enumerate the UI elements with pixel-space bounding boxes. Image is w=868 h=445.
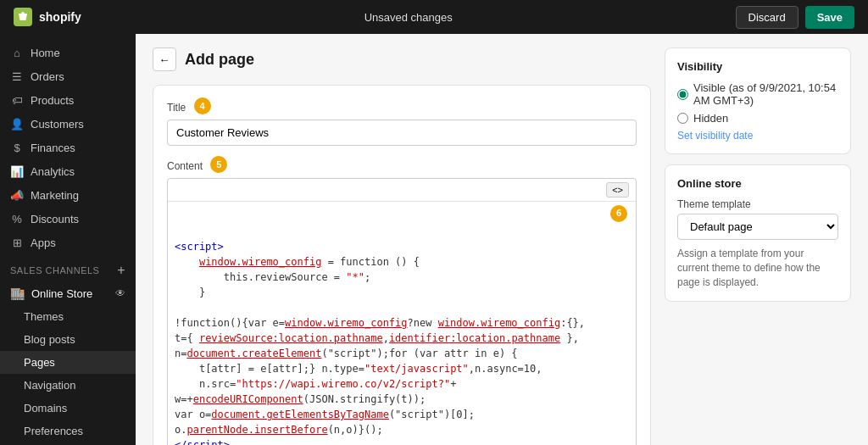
code-toggle-button[interactable]: <>	[606, 182, 629, 197]
online-store-card: Online store Theme template Default page…	[665, 164, 851, 302]
orders-icon: ☰	[10, 70, 24, 83]
finances-icon: $	[10, 141, 24, 154]
sidebar-label-apps: Apps	[31, 236, 56, 249]
content-label: Content 5	[167, 158, 637, 175]
save-top-button[interactable]: Save	[805, 6, 854, 29]
sidebar-item-products[interactable]: 🏷 Products	[0, 88, 136, 112]
title-label: Title 4	[167, 99, 637, 116]
sales-channels-label: SALES CHANNELS	[10, 265, 99, 275]
products-icon: 🏷	[10, 93, 24, 107]
theme-template-label: Theme template	[677, 198, 838, 210]
editor-body[interactable]: 6 <script> window.wiremo_config = functi…	[168, 202, 636, 445]
topbar: shopify Unsaved changes Discard Save	[0, 0, 868, 34]
page-title: Add page	[185, 51, 254, 69]
sidebar-label-customers: Customers	[31, 118, 84, 131]
content-editor: <> 6 <script> window.wiremo_config = fun…	[167, 178, 637, 445]
visibility-hidden-option[interactable]: Hidden	[677, 112, 838, 125]
back-button[interactable]: ←	[153, 47, 176, 71]
sidebar-label-analytics: Analytics	[31, 165, 75, 178]
sidebar-sub-blog-posts[interactable]: Blog posts	[0, 328, 136, 351]
step5-badge: 5	[210, 156, 227, 173]
sidebar-label-discounts: Discounts	[31, 213, 79, 225]
visibility-hidden-radio[interactable]	[677, 113, 688, 124]
discounts-icon: %	[10, 212, 24, 225]
online-store-icon: 🏬	[10, 286, 25, 300]
title-card: Title 4 Content 5 <> 6 <	[153, 85, 651, 445]
sidebar-item-orders[interactable]: ☰ Orders	[0, 64, 136, 88]
visibility-title: Visibility	[677, 60, 838, 73]
theme-description: Assign a template from your current them…	[677, 247, 838, 289]
sidebar-label-home: Home	[31, 47, 60, 59]
home-icon: ⌂	[10, 46, 24, 59]
sidebar-item-discounts[interactable]: % Discounts	[0, 207, 136, 231]
step6-badge: 6	[610, 205, 627, 222]
sidebar-item-home[interactable]: ⌂ Home	[0, 41, 136, 64]
visibility-hidden-label: Hidden	[693, 112, 728, 125]
sales-channels-section: SALES CHANNELS +	[0, 254, 136, 281]
navigation-label: Navigation	[24, 379, 75, 392]
blog-posts-label: Blog posts	[24, 333, 75, 346]
step4-badge: 4	[194, 97, 211, 114]
marketing-icon: 📣	[10, 188, 24, 202]
apps-icon: ⊞	[10, 236, 24, 249]
sidebar-label-orders: Orders	[31, 70, 64, 83]
back-arrow-icon: ←	[159, 53, 170, 66]
add-channel-icon[interactable]: +	[117, 263, 125, 278]
sidebar-item-marketing[interactable]: 📣 Marketing	[0, 183, 136, 207]
main-layout: ⌂ Home ☰ Orders 🏷 Products 👤 Customers $…	[0, 34, 868, 445]
topbar-left: shopify	[14, 8, 81, 26]
brand-name: shopify	[39, 10, 81, 24]
sidebar-sub-domains[interactable]: Domains	[0, 397, 136, 420]
content-side: Visibility Visible (as of 9/9/2021, 10:5…	[665, 47, 851, 431]
eye-icon: 👁	[115, 287, 125, 299]
set-visibility-date-link[interactable]: Set visibility date	[677, 130, 838, 142]
domains-label: Domains	[24, 402, 67, 414]
preferences-label: Preferences	[24, 425, 83, 437]
analytics-icon: 📊	[10, 164, 24, 178]
content-area: ← Add page Title 4 Content 5	[136, 34, 868, 445]
content-main: ← Add page Title 4 Content 5	[153, 47, 651, 431]
sidebar-item-finances[interactable]: $ Finances	[0, 136, 136, 159]
content-field-group: Content 5 <> 6 <script> window.wiremo_co…	[167, 158, 637, 445]
visibility-card: Visibility Visible (as of 9/9/2021, 10:5…	[665, 47, 851, 154]
theme-template-select[interactable]: Default page	[677, 214, 838, 240]
online-store-label: Online Store	[31, 287, 92, 300]
sidebar-item-online-store[interactable]: 🏬 Online Store 👁	[0, 281, 136, 305]
visibility-visible-option[interactable]: Visible (as of 9/9/2021, 10:54 AM GMT+3)	[677, 81, 838, 107]
sidebar-label-marketing: Marketing	[31, 189, 79, 202]
themes-label: Themes	[24, 310, 64, 323]
sidebar-sub-preferences[interactable]: Preferences	[0, 420, 136, 442]
sidebar-sub-navigation[interactable]: Navigation	[0, 374, 136, 397]
shopify-bag-icon	[14, 8, 32, 26]
pages-label: Pages	[24, 356, 55, 369]
customers-icon: 👤	[10, 117, 24, 131]
title-field-group: Title 4	[167, 99, 637, 146]
topbar-actions: Discard Save	[736, 6, 854, 29]
sidebar-item-apps[interactable]: ⊞ Apps	[0, 231, 136, 254]
page-header: ← Add page	[153, 47, 651, 71]
title-input[interactable]	[167, 120, 637, 146]
sidebar-item-analytics[interactable]: 📊 Analytics	[0, 159, 136, 183]
sidebar: ⌂ Home ☰ Orders 🏷 Products 👤 Customers $…	[0, 34, 136, 445]
unsaved-status: Unsaved changes	[364, 11, 453, 24]
sidebar-sub-themes[interactable]: Themes	[0, 305, 136, 328]
sidebar-sub-pages[interactable]: Pages	[0, 351, 136, 374]
sidebar-label-finances: Finances	[31, 142, 75, 154]
editor-toolbar: <>	[168, 179, 636, 202]
discard-button[interactable]: Discard	[736, 6, 798, 29]
visibility-visible-label: Visible (as of 9/9/2021, 10:54 AM GMT+3)	[693, 81, 838, 107]
sidebar-item-customers[interactable]: 👤 Customers	[0, 112, 136, 136]
visibility-visible-radio[interactable]	[677, 89, 688, 100]
sidebar-label-products: Products	[31, 94, 74, 107]
online-store-card-title: Online store	[677, 177, 838, 190]
